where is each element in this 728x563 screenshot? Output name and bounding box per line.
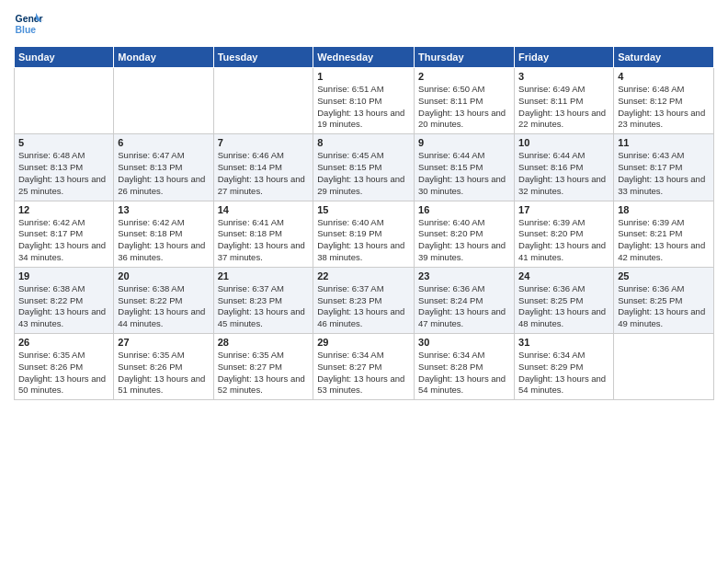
day-info: Sunrise: 6:35 AM Sunset: 8:26 PM Dayligh…: [118, 350, 209, 396]
day-cell-14: 14Sunrise: 6:41 AM Sunset: 8:18 PM Dayli…: [213, 201, 313, 267]
empty-cell: [15, 68, 114, 134]
day-cell-17: 17Sunrise: 6:39 AM Sunset: 8:20 PM Dayli…: [515, 201, 614, 267]
day-number: 25: [618, 270, 710, 282]
col-header-tuesday: Tuesday: [213, 47, 313, 68]
day-info: Sunrise: 6:42 AM Sunset: 8:18 PM Dayligh…: [118, 217, 209, 264]
week-row-5: 26Sunrise: 6:35 AM Sunset: 8:26 PM Dayli…: [15, 334, 714, 400]
day-info: Sunrise: 6:38 AM Sunset: 8:22 PM Dayligh…: [118, 283, 209, 330]
day-number: 4: [618, 71, 710, 82]
day-cell-12: 12Sunrise: 6:42 AM Sunset: 8:17 PM Dayli…: [15, 201, 114, 267]
day-cell-26: 26Sunrise: 6:35 AM Sunset: 8:26 PM Dayli…: [15, 334, 114, 400]
day-cell-3: 3Sunrise: 6:49 AM Sunset: 8:11 PM Daylig…: [515, 68, 614, 134]
day-cell-22: 22Sunrise: 6:37 AM Sunset: 8:23 PM Dayli…: [313, 267, 415, 333]
day-info: Sunrise: 6:43 AM Sunset: 8:17 PM Dayligh…: [618, 150, 710, 197]
day-cell-10: 10Sunrise: 6:44 AM Sunset: 8:16 PM Dayli…: [515, 134, 614, 201]
day-cell-29: 29Sunrise: 6:34 AM Sunset: 8:27 PM Dayli…: [313, 334, 415, 400]
day-cell-21: 21Sunrise: 6:37 AM Sunset: 8:23 PM Dayli…: [213, 267, 313, 333]
day-number: 2: [418, 71, 510, 82]
week-row-2: 5Sunrise: 6:48 AM Sunset: 8:13 PM Daylig…: [15, 134, 714, 201]
day-cell-19: 19Sunrise: 6:38 AM Sunset: 8:22 PM Dayli…: [15, 267, 114, 333]
day-number: 26: [18, 337, 109, 348]
day-number: 20: [118, 270, 209, 282]
col-header-sunday: Sunday: [15, 47, 114, 68]
day-number: 27: [118, 337, 209, 348]
calendar-table: SundayMondayTuesdayWednesdayThursdayFrid…: [14, 46, 714, 400]
day-info: Sunrise: 6:47 AM Sunset: 8:13 PM Dayligh…: [118, 150, 209, 197]
day-number: 29: [317, 337, 410, 348]
day-cell-20: 20Sunrise: 6:38 AM Sunset: 8:22 PM Dayli…: [114, 267, 213, 333]
day-info: Sunrise: 6:45 AM Sunset: 8:15 PM Dayligh…: [317, 150, 410, 197]
day-cell-30: 30Sunrise: 6:34 AM Sunset: 8:28 PM Dayli…: [415, 334, 515, 400]
day-info: Sunrise: 6:39 AM Sunset: 8:20 PM Dayligh…: [518, 217, 609, 264]
day-number: 23: [418, 270, 510, 282]
day-cell-28: 28Sunrise: 6:35 AM Sunset: 8:27 PM Dayli…: [213, 334, 313, 400]
day-cell-7: 7Sunrise: 6:46 AM Sunset: 8:14 PM Daylig…: [213, 134, 313, 201]
day-number: 3: [518, 71, 609, 82]
day-info: Sunrise: 6:50 AM Sunset: 8:11 PM Dayligh…: [418, 84, 510, 131]
day-number: 21: [218, 270, 310, 282]
col-header-saturday: Saturday: [614, 47, 714, 68]
day-cell-18: 18Sunrise: 6:39 AM Sunset: 8:21 PM Dayli…: [614, 201, 714, 267]
day-info: Sunrise: 6:35 AM Sunset: 8:26 PM Dayligh…: [18, 350, 109, 396]
empty-cell: [213, 68, 313, 134]
day-number: 17: [518, 204, 609, 215]
day-info: Sunrise: 6:34 AM Sunset: 8:27 PM Dayligh…: [317, 350, 410, 396]
day-number: 8: [317, 137, 410, 148]
day-info: Sunrise: 6:46 AM Sunset: 8:14 PM Dayligh…: [218, 150, 310, 197]
day-cell-31: 31Sunrise: 6:34 AM Sunset: 8:29 PM Dayli…: [515, 334, 614, 400]
day-info: Sunrise: 6:36 AM Sunset: 8:25 PM Dayligh…: [618, 283, 710, 330]
page: General Blue SundayMondayTuesdayWednesda…: [0, 0, 728, 563]
day-info: Sunrise: 6:39 AM Sunset: 8:21 PM Dayligh…: [618, 217, 710, 264]
day-number: 19: [18, 270, 109, 282]
day-info: Sunrise: 6:34 AM Sunset: 8:28 PM Dayligh…: [418, 350, 510, 396]
logo-icon: General Blue: [14, 9, 43, 39]
day-number: 24: [518, 270, 609, 282]
empty-cell: [114, 68, 213, 134]
day-number: 28: [218, 337, 310, 348]
col-header-monday: Monday: [114, 47, 213, 68]
day-cell-15: 15Sunrise: 6:40 AM Sunset: 8:19 PM Dayli…: [313, 201, 415, 267]
week-row-4: 19Sunrise: 6:38 AM Sunset: 8:22 PM Dayli…: [15, 267, 714, 333]
day-info: Sunrise: 6:38 AM Sunset: 8:22 PM Dayligh…: [18, 283, 109, 330]
day-info: Sunrise: 6:42 AM Sunset: 8:17 PM Dayligh…: [18, 217, 109, 264]
day-info: Sunrise: 6:49 AM Sunset: 8:11 PM Dayligh…: [518, 84, 609, 131]
day-info: Sunrise: 6:40 AM Sunset: 8:20 PM Dayligh…: [418, 217, 510, 264]
day-number: 7: [218, 137, 310, 148]
day-cell-1: 1Sunrise: 6:51 AM Sunset: 8:10 PM Daylig…: [313, 68, 415, 134]
day-info: Sunrise: 6:41 AM Sunset: 8:18 PM Dayligh…: [218, 217, 310, 264]
day-number: 22: [317, 270, 410, 282]
day-number: 10: [518, 137, 609, 148]
day-info: Sunrise: 6:35 AM Sunset: 8:27 PM Dayligh…: [218, 350, 310, 396]
day-number: 5: [18, 137, 109, 148]
day-number: 16: [418, 204, 510, 215]
day-info: Sunrise: 6:34 AM Sunset: 8:29 PM Dayligh…: [518, 350, 609, 396]
day-number: 12: [18, 204, 109, 215]
day-cell-9: 9Sunrise: 6:44 AM Sunset: 8:15 PM Daylig…: [415, 134, 515, 201]
day-info: Sunrise: 6:48 AM Sunset: 8:12 PM Dayligh…: [618, 84, 710, 131]
day-info: Sunrise: 6:44 AM Sunset: 8:16 PM Dayligh…: [518, 150, 609, 197]
svg-text:Blue: Blue: [16, 25, 37, 35]
col-header-wednesday: Wednesday: [313, 47, 415, 68]
day-number: 31: [518, 337, 609, 348]
day-cell-27: 27Sunrise: 6:35 AM Sunset: 8:26 PM Dayli…: [114, 334, 213, 400]
day-info: Sunrise: 6:36 AM Sunset: 8:25 PM Dayligh…: [518, 283, 609, 330]
day-info: Sunrise: 6:37 AM Sunset: 8:23 PM Dayligh…: [317, 283, 410, 330]
col-header-thursday: Thursday: [415, 47, 515, 68]
day-cell-25: 25Sunrise: 6:36 AM Sunset: 8:25 PM Dayli…: [614, 267, 714, 333]
day-info: Sunrise: 6:51 AM Sunset: 8:10 PM Dayligh…: [317, 84, 410, 131]
day-number: 13: [118, 204, 209, 215]
calendar-header-row: SundayMondayTuesdayWednesdayThursdayFrid…: [15, 47, 714, 68]
day-cell-8: 8Sunrise: 6:45 AM Sunset: 8:15 PM Daylig…: [313, 134, 415, 201]
day-number: 14: [218, 204, 310, 215]
day-cell-11: 11Sunrise: 6:43 AM Sunset: 8:17 PM Dayli…: [614, 134, 714, 201]
empty-cell: [614, 334, 714, 400]
day-info: Sunrise: 6:44 AM Sunset: 8:15 PM Dayligh…: [418, 150, 510, 197]
day-number: 11: [618, 137, 710, 148]
week-row-1: 1Sunrise: 6:51 AM Sunset: 8:10 PM Daylig…: [15, 68, 714, 134]
day-info: Sunrise: 6:36 AM Sunset: 8:24 PM Dayligh…: [418, 283, 510, 330]
week-row-3: 12Sunrise: 6:42 AM Sunset: 8:17 PM Dayli…: [15, 201, 714, 267]
logo: General Blue: [14, 9, 47, 39]
day-number: 30: [418, 337, 510, 348]
day-number: 15: [317, 204, 410, 215]
day-number: 9: [418, 137, 510, 148]
